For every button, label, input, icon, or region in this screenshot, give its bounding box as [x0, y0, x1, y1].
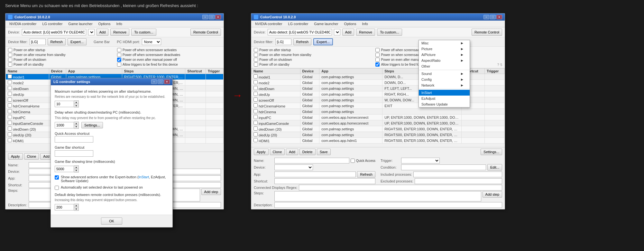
cb-standby-check[interactable] [8, 62, 12, 67]
right-quick-access-check[interactable] [351, 159, 355, 163]
maximize-button[interactable]: □ [209, 15, 215, 19]
dropdown-instart[interactable]: InStart [419, 90, 470, 96]
add-step-btn-left[interactable]: Add step [201, 189, 221, 195]
right-expert-btn[interactable]: Expert... [313, 38, 333, 45]
dropdown-misc[interactable]: Misc ▶ [419, 40, 470, 46]
right-remote-btn[interactable]: Remote Control [472, 29, 502, 36]
right-trigger-select[interactable] [401, 158, 440, 163]
right-device-input[interactable] [268, 29, 332, 35]
cb-manual-check[interactable] [117, 58, 121, 62]
table-row[interactable]: HDMI1 Global com.webos.app.hdmi1 RIGHT:5… [252, 138, 505, 144]
right-menu-options[interactable]: Options [342, 21, 359, 26]
dialog-minimize[interactable]: − [151, 79, 157, 84]
window-controls[interactable]: − □ × [202, 15, 221, 19]
right-cb-ss-activate-check[interactable] [375, 48, 380, 52]
right-filter-input[interactable] [275, 39, 291, 45]
delay-input[interactable] [55, 122, 74, 128]
right-maximize[interactable]: □ [490, 15, 496, 19]
cb-shutdown-check[interactable] [8, 58, 12, 62]
gamebar-time-up[interactable]: ▲ [74, 166, 78, 169]
btn-delay-up[interactable]: ▲ [74, 204, 78, 207]
dropdown-aspectratio[interactable]: AspectRatio ▶ [419, 58, 470, 63]
right-apply-btn[interactable]: Apply [254, 149, 269, 155]
right-description-input[interactable] [274, 202, 502, 208]
quickaccess-input[interactable] [55, 136, 93, 143]
right-steps-textarea[interactable] [274, 191, 481, 201]
delay-down[interactable]: ▼ [74, 125, 78, 128]
cb-ss-deactivate-check[interactable] [117, 53, 121, 57]
right-add-step-btn[interactable]: Add step [483, 191, 502, 198]
dropdown-picture[interactable]: Picture ▶ [419, 46, 470, 52]
right-menu-nvidia[interactable]: NVIDIA controller [253, 21, 285, 26]
dialog-checkbox2[interactable] [55, 186, 59, 190]
right-app-input[interactable] [274, 172, 356, 177]
right-minimize[interactable]: − [483, 15, 489, 19]
right-edit-btn[interactable]: Edit... [487, 164, 502, 171]
right-add-btn[interactable]: Add [342, 29, 354, 36]
right-cb-standby-check[interactable] [254, 62, 258, 67]
right-menu-info[interactable]: Info [360, 21, 371, 26]
dialog-close[interactable]: × [164, 79, 170, 84]
retries-input[interactable] [55, 101, 74, 107]
retries-down[interactable]: ▼ [74, 104, 78, 107]
table-row[interactable]: hdrCinema Global com.palmap.settings [252, 109, 505, 115]
minimize-button[interactable]: − [202, 15, 208, 19]
right-shortcut-input[interactable] [274, 178, 375, 184]
dropdown-ezadjust[interactable]: EzAdjust [419, 96, 470, 101]
clone-btn[interactable]: Clone [24, 153, 39, 160]
right-remove-btn[interactable]: Remove [356, 29, 375, 36]
cb-startup-check[interactable] [8, 48, 12, 52]
dialog-checkbox1[interactable] [55, 175, 59, 180]
right-app-refresh-btn[interactable]: Refresh [357, 171, 375, 178]
add-button[interactable]: Add [97, 29, 109, 36]
menu-info[interactable]: Info [114, 21, 125, 26]
right-name-input[interactable] [274, 158, 349, 163]
right-window-controls[interactable]: − □ × [483, 15, 502, 19]
ok-button[interactable]: OK [101, 218, 122, 225]
right-custom-btn[interactable]: To custom... [377, 29, 402, 36]
menu-lg[interactable]: LG controller [40, 21, 65, 26]
dropdown-sound[interactable]: Sound ▶ [419, 71, 470, 77]
table-row[interactable]: inputPC Global com.webos.app.homeconnect… [252, 115, 505, 120]
right-close[interactable]: × [496, 15, 502, 19]
device-dropdown[interactable]: ▼ [88, 29, 95, 35]
expert-button[interactable]: Expert... [68, 38, 87, 45]
menu-game-launcher[interactable]: Game launcher [66, 21, 95, 26]
custom-button[interactable]: To custom... [131, 29, 156, 36]
hdmi-select[interactable]: None [142, 39, 161, 45]
apply-btn[interactable]: Apply [8, 153, 23, 160]
menu-options[interactable]: Options [96, 21, 113, 26]
filter-input[interactable] [30, 39, 46, 45]
dialog-maximize[interactable]: □ [158, 79, 163, 84]
right-save-btn[interactable]: Save [317, 149, 331, 155]
settings-button[interactable]: Settings... [81, 122, 103, 128]
dropdown-other[interactable]: Other [419, 63, 470, 69]
right-device-select[interactable] [274, 164, 313, 170]
right-refresh-btn[interactable]: Refresh [293, 38, 312, 45]
btn-delay-input[interactable] [55, 204, 74, 210]
right-cb-triggers-check[interactable] [375, 62, 380, 67]
dropdown-config[interactable]: Config ▶ [419, 77, 470, 82]
cb-resume-check[interactable] [8, 53, 12, 57]
right-cb-startup-check[interactable] [254, 48, 258, 52]
table-row[interactable]: oledUp (20) Global com.palmap.settings R… [252, 132, 505, 138]
menu-nvidia[interactable]: NVIDIA controller [7, 21, 39, 26]
right-connected-displays-input[interactable] [299, 185, 502, 191]
right-add-rule-btn[interactable]: Add [286, 149, 298, 155]
right-condition-input[interactable] [401, 164, 486, 170]
right-menu-lg[interactable]: LG controller [285, 21, 311, 26]
right-clone-btn[interactable]: Clone [270, 149, 285, 155]
right-device-dropdown[interactable]: ▼ [334, 29, 340, 35]
remove-button[interactable]: Remove [110, 29, 129, 36]
retries-up[interactable]: ▲ [74, 101, 78, 104]
close-button[interactable]: × [215, 15, 221, 19]
dropdown-software-update[interactable]: Software Update [419, 101, 470, 107]
right-delete-btn[interactable]: Delete [299, 149, 316, 155]
right-cb-manual-check[interactable] [375, 58, 380, 62]
cb-ss-activate-check[interactable] [117, 48, 121, 52]
refresh-button[interactable]: Refresh [48, 38, 66, 45]
dropdown-network[interactable]: Network ▶ [419, 82, 470, 88]
gamebar-time-down[interactable]: ▼ [74, 169, 78, 172]
gamebar-input[interactable] [55, 150, 93, 157]
right-excluded-input[interactable] [415, 178, 502, 184]
